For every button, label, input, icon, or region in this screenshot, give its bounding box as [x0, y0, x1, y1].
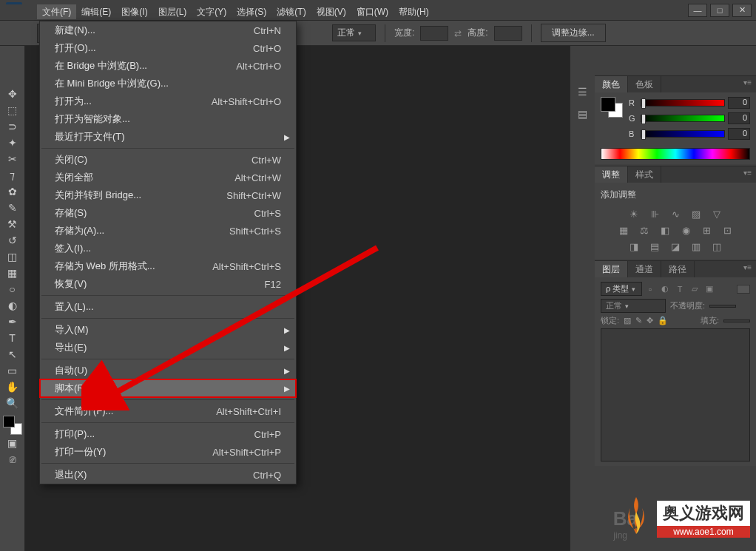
menu-9[interactable]: 帮助(H): [394, 4, 434, 19]
menu-item[interactable]: 打开(O)...Ctrl+O: [40, 39, 296, 57]
lock-trans-icon[interactable]: ▨: [624, 316, 631, 325]
color-swatches[interactable]: [3, 416, 22, 435]
menu-1[interactable]: 编辑(E): [76, 4, 116, 19]
marquee-tool[interactable]: ⬚: [4, 102, 21, 118]
menu-item[interactable]: 打印一份(Y)Alt+Shift+Ctrl+P: [40, 443, 296, 461]
menu-item[interactable]: 自动(U)▶: [40, 362, 296, 379]
adj-invert-icon[interactable]: ◨: [627, 240, 641, 252]
menu-0[interactable]: 文件(F): [37, 4, 76, 19]
close-button[interactable]: ✕: [732, 4, 752, 17]
menu-item[interactable]: 退出(X)Ctrl+Q: [40, 466, 296, 484]
menu-item[interactable]: 关闭全部Alt+Ctrl+W: [40, 169, 296, 186]
filter-shape-icon[interactable]: ▱: [689, 284, 700, 294]
maximize-button[interactable]: □: [710, 4, 729, 17]
panel-menu-icon[interactable]: ▾≡: [739, 166, 756, 183]
tab-adjustments[interactable]: 调整: [595, 166, 628, 183]
menu-item[interactable]: 关闭(C)Ctrl+W: [40, 151, 296, 169]
menu-8[interactable]: 窗口(W): [351, 4, 394, 19]
adj-levels-icon[interactable]: ⊪: [648, 208, 661, 220]
adj-mixer-icon[interactable]: ⊞: [700, 224, 713, 236]
brush-tool[interactable]: ✎: [4, 200, 21, 216]
blend-select[interactable]: 正常: [332, 24, 376, 41]
filter-pixel-icon[interactable]: ▫: [645, 284, 655, 294]
layer-filter-select[interactable]: ρ 类型: [601, 282, 642, 296]
adj-hue-icon[interactable]: ▦: [617, 224, 630, 236]
adj-vibrance-icon[interactable]: ▽: [710, 208, 723, 220]
tab-color[interactable]: 颜色: [595, 76, 628, 92]
history-panel-icon[interactable]: ☰: [574, 83, 592, 101]
menu-item[interactable]: 导入(M)▶: [40, 321, 296, 339]
wand-tool[interactable]: ✦: [4, 135, 21, 151]
menu-item[interactable]: 新建(N)...Ctrl+N: [40, 21, 296, 39]
screenmode-tool[interactable]: ⎚: [4, 451, 21, 467]
stamp-tool[interactable]: ⚒: [4, 216, 21, 232]
menu-2[interactable]: 图像(I): [116, 4, 152, 19]
dodge-tool[interactable]: ◐: [4, 297, 21, 314]
tab-swatches[interactable]: 色板: [628, 76, 661, 92]
refine-edge-button[interactable]: 调整边缘...: [541, 24, 606, 42]
path-tool[interactable]: ↖: [4, 346, 21, 362]
menu-item[interactable]: 存储为(A)...Shift+Ctrl+S: [40, 222, 296, 240]
adj-bw-icon[interactable]: ◧: [658, 224, 672, 236]
blur-tool[interactable]: ○: [4, 281, 21, 297]
history-brush-tool[interactable]: ↺: [4, 232, 21, 249]
filter-type-icon[interactable]: T: [675, 284, 685, 294]
hand-tool[interactable]: ✋: [4, 379, 21, 395]
filter-toggle[interactable]: [737, 285, 750, 294]
menu-item[interactable]: 签入(I)...: [40, 240, 296, 257]
menu-item[interactable]: 关闭并转到 Bridge...Shift+Ctrl+W: [40, 186, 296, 204]
panel-menu-icon[interactable]: ▾≡: [739, 76, 756, 92]
adj-gradient-icon[interactable]: ▥: [689, 240, 703, 252]
panel-color-swatches[interactable]: [601, 97, 623, 118]
g-value[interactable]: 0: [728, 112, 750, 124]
adj-poster-icon[interactable]: ▤: [648, 240, 661, 252]
minimize-button[interactable]: —: [688, 4, 707, 17]
blend-mode-select[interactable]: 正常: [601, 299, 666, 313]
menu-5[interactable]: 选择(S): [232, 4, 271, 19]
tab-paths[interactable]: 路径: [661, 261, 695, 277]
g-slider[interactable]: [641, 115, 725, 122]
eyedropper-tool[interactable]: ⁊: [4, 167, 21, 183]
lock-pos-icon[interactable]: ✥: [647, 316, 653, 325]
adj-exposure-icon[interactable]: ▨: [689, 208, 703, 220]
b-slider[interactable]: [641, 130, 725, 138]
tab-channels[interactable]: 通道: [628, 261, 661, 277]
menu-4[interactable]: 文字(Y): [192, 4, 232, 19]
menu-item[interactable]: 打开为智能对象...: [40, 110, 296, 128]
menu-7[interactable]: 视图(V): [311, 4, 351, 19]
menu-item[interactable]: 在 Mini Bridge 中浏览(G)...: [40, 75, 296, 92]
filter-adjust-icon[interactable]: ◐: [660, 284, 670, 294]
crop-tool[interactable]: ✂: [4, 151, 21, 167]
lasso-tool[interactable]: ⊃: [4, 118, 21, 135]
adj-brightness-icon[interactable]: ☀: [627, 208, 641, 220]
width-input[interactable]: [420, 26, 448, 41]
tab-styles[interactable]: 样式: [628, 166, 661, 183]
menu-item[interactable]: 导出(E)▶: [40, 339, 296, 356]
adj-lookup-icon[interactable]: ⊡: [720, 224, 734, 236]
menu-item[interactable]: 恢复(V)F12: [40, 275, 296, 293]
menu-item[interactable]: 文件简介(F)...Alt+Shift+Ctrl+I: [40, 402, 296, 420]
panel-menu-icon[interactable]: ▾≡: [739, 261, 756, 277]
opacity-input[interactable]: [709, 305, 736, 308]
menu-item[interactable]: 存储(S)Ctrl+S: [40, 204, 296, 222]
properties-panel-icon[interactable]: ▤: [574, 105, 592, 123]
menu-item[interactable]: 打印(P)...Ctrl+P: [40, 425, 296, 443]
fg-color-swatch[interactable]: [3, 416, 15, 427]
shape-tool[interactable]: ▭: [4, 362, 21, 379]
tab-layers[interactable]: 图层: [595, 261, 628, 277]
zoom-tool[interactable]: 🔍: [4, 395, 21, 411]
layers-list[interactable]: [601, 328, 750, 462]
quickmask-tool[interactable]: ▣: [4, 435, 21, 451]
filter-smart-icon[interactable]: ▣: [704, 284, 715, 294]
menu-item[interactable]: 最近打开文件(T)▶: [40, 128, 296, 146]
menu-6[interactable]: 滤镜(T): [271, 4, 311, 19]
r-slider[interactable]: [641, 99, 725, 107]
menu-item[interactable]: 脚本(R)▶: [40, 379, 296, 397]
move-tool[interactable]: ✥: [4, 86, 21, 102]
height-input[interactable]: [494, 26, 522, 41]
adj-selective-icon[interactable]: ◫: [710, 240, 723, 252]
lock-all-icon[interactable]: 🔒: [658, 316, 668, 325]
b-value[interactable]: 0: [728, 128, 750, 140]
pen-tool[interactable]: ✒: [4, 314, 21, 330]
swap-icon[interactable]: ⇄: [454, 28, 462, 38]
